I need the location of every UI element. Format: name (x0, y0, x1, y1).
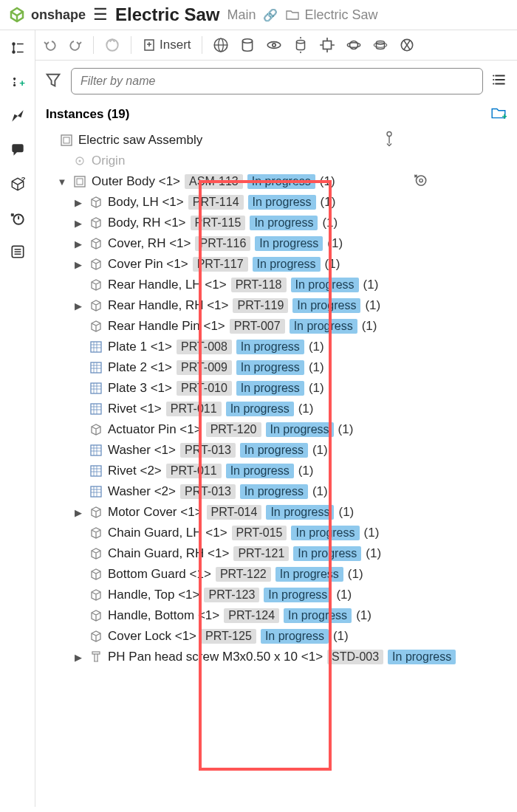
chevron-icon[interactable]: ▶ (72, 197, 84, 208)
status-badge[interactable]: In progress (388, 650, 456, 664)
tree-row[interactable]: ▶Cover, RH <1>PRT-116In progress(1) (35, 233, 507, 254)
revolute-icon[interactable] (266, 37, 282, 53)
origin-row[interactable]: ▶ Origin (35, 151, 507, 171)
breadcrumb[interactable]: Electric Saw (285, 7, 377, 23)
config-gear-icon[interactable] (412, 172, 428, 192)
tree-row[interactable]: ▶Washer <1>PRT-013In progress(1) (35, 440, 507, 461)
part-number-tag[interactable]: PRT-009 (177, 360, 232, 375)
slider-icon[interactable] (292, 37, 309, 53)
chevron-icon[interactable]: ▶ (72, 652, 84, 663)
part-number-tag[interactable]: PRT-120 (206, 422, 261, 437)
tree-row[interactable]: ▶Rivet <2>PRT-011In progress(1) (35, 461, 507, 481)
status-badge[interactable]: In progress (236, 340, 304, 354)
part-number-tag[interactable]: PRT-122 (216, 567, 271, 582)
status-badge[interactable]: In progress (226, 402, 294, 416)
status-badge[interactable]: In progress (291, 278, 359, 292)
redo-button[interactable] (68, 38, 83, 52)
status-badge[interactable]: In progress (292, 298, 360, 313)
chevron-icon[interactable]: ▶ (72, 259, 84, 270)
part-number-tag[interactable]: PRT-121 (233, 546, 289, 561)
tree-row[interactable]: ▶Rear Handle Pin <1>PRT-007In progress(1… (35, 316, 507, 337)
assembly-root[interactable]: ▶ Electric saw Assembly (35, 130, 507, 151)
status-badge[interactable]: In progress (291, 526, 359, 540)
tree-row[interactable]: ▼Outer Body <1>ASM-113In progress(1) (35, 171, 507, 192)
tree-row[interactable]: ▶Body, RH <1>PRT-115In progress(1) (35, 213, 507, 233)
insert-button[interactable]: Insert (142, 38, 191, 52)
tree-row[interactable]: ▶Cover Lock <1>PRT-125In progress(1) (35, 626, 507, 647)
tree-row[interactable]: ▶Body, LH <1>PRT-114In progress(1) (35, 192, 507, 213)
part-number-tag[interactable]: PRT-014 (207, 505, 262, 520)
link-icon[interactable]: 🔗 (263, 8, 278, 22)
status-badge[interactable]: In progress (236, 360, 304, 375)
tree-row[interactable]: ▶Actuator Pin <1>PRT-120In progress(1) (35, 419, 507, 440)
tree-row[interactable]: ▶Rear Handle, LH <1>PRT-118In progress(1… (35, 275, 507, 295)
part-number-tag[interactable]: PRT-114 (188, 195, 244, 210)
list-view-icon[interactable] (492, 72, 508, 91)
part-number-tag[interactable]: ASM-113 (185, 174, 243, 189)
status-badge[interactable]: In progress (248, 195, 316, 210)
planar-icon[interactable] (319, 37, 335, 53)
part-number-tag[interactable]: PRT-118 (231, 278, 287, 292)
mate-connector-icon[interactable] (383, 131, 396, 151)
chevron-icon[interactable]: ▶ (72, 507, 84, 518)
add-feature-icon[interactable]: + (9, 73, 27, 91)
tree-row[interactable]: ▶Handle, Top <1>PRT-123In progress(1) (35, 585, 507, 605)
part-number-tag[interactable]: PRT-124 (224, 608, 279, 623)
add-instance-icon[interactable]: + (490, 105, 507, 124)
status-badge[interactable]: In progress (293, 546, 361, 561)
tree-row[interactable]: ▶Plate 3 <1>PRT-010In progress(1) (35, 378, 507, 399)
undo-button[interactable] (43, 38, 58, 52)
status-badge[interactable]: In progress (284, 608, 352, 623)
tree-row[interactable]: ▶Rivet <1>PRT-011In progress(1) (35, 399, 507, 419)
hamburger-icon[interactable]: ☰ (93, 5, 108, 24)
status-badge[interactable]: In progress (250, 216, 318, 230)
cylinder-icon[interactable] (239, 37, 256, 53)
chevron-icon[interactable]: ▶ (72, 218, 84, 229)
refresh-button[interactable] (104, 37, 120, 53)
part-number-tag[interactable]: PRT-123 (204, 588, 259, 602)
instance-tree[interactable]: ▶ Electric saw Assembly ▶ Origin ▼Outer … (35, 130, 517, 807)
part-number-tag[interactable]: PRT-117 (193, 257, 248, 272)
status-badge[interactable]: In progress (236, 381, 304, 396)
status-badge[interactable]: In progress (275, 567, 343, 582)
funnel-icon[interactable] (44, 71, 62, 92)
part-number-tag[interactable]: PRT-010 (177, 381, 232, 396)
pen-icon[interactable] (9, 107, 27, 125)
part-number-tag[interactable]: PRT-119 (233, 298, 288, 313)
status-badge[interactable]: In progress (240, 484, 308, 499)
status-badge[interactable]: In progress (240, 443, 308, 458)
chevron-icon[interactable]: ▶ (72, 300, 84, 312)
status-badge[interactable]: In progress (247, 174, 315, 189)
status-badge[interactable]: In progress (255, 236, 323, 251)
status-badge[interactable]: In progress (264, 588, 332, 602)
part-number-tag[interactable]: PRT-011 (166, 464, 222, 478)
status-badge[interactable]: In progress (266, 505, 334, 520)
part-number-tag[interactable]: PRT-011 (166, 402, 222, 416)
part-number-tag[interactable]: PRT-015 (232, 526, 287, 540)
status-badge[interactable]: In progress (226, 464, 294, 478)
status-badge[interactable]: In progress (266, 422, 334, 437)
pin-slot-icon[interactable] (372, 37, 388, 53)
status-badge[interactable]: In progress (261, 629, 329, 644)
tree-row[interactable]: ▶Motor Cover <1>PRT-014In progress(1) (35, 502, 507, 523)
tree-row[interactable]: ▶Cover Pin <1>PRT-117In progress(1) (35, 254, 507, 275)
chevron-icon[interactable]: ▼ (56, 176, 68, 187)
cube-help-icon[interactable]: ? (9, 175, 27, 193)
part-number-tag[interactable]: PRT-007 (230, 319, 285, 334)
tree-row[interactable]: ▶Plate 1 <1>PRT-008In progress(1) (35, 337, 507, 357)
tree-row[interactable]: ▶Rear Handle, RH <1>PRT-119In progress(1… (35, 295, 507, 316)
tree-row[interactable]: ▶PH Pan head screw M3x0.50 x 10 <1>STD-0… (35, 647, 507, 667)
parallel-icon[interactable] (399, 37, 415, 53)
branch-name[interactable]: Main (227, 7, 256, 23)
part-number-tag[interactable]: PRT-116 (195, 236, 250, 251)
tree-row[interactable]: ▶Handle, Bottom <1>PRT-124In progress(1) (35, 605, 507, 626)
chevron-icon[interactable]: ▶ (72, 238, 84, 250)
tree-row[interactable]: ▶Plate 2 <1>PRT-009In progress(1) (35, 357, 507, 378)
bom-icon[interactable] (9, 243, 27, 261)
status-badge[interactable]: In progress (253, 257, 321, 272)
tree-row[interactable]: ▶Chain Guard, RH <1>PRT-121In progress(1… (35, 543, 507, 564)
features-icon[interactable] (9, 39, 27, 57)
timer-icon[interactable] (9, 209, 27, 227)
logo[interactable]: onshape (7, 5, 86, 24)
part-number-tag[interactable]: PRT-013 (180, 443, 236, 458)
